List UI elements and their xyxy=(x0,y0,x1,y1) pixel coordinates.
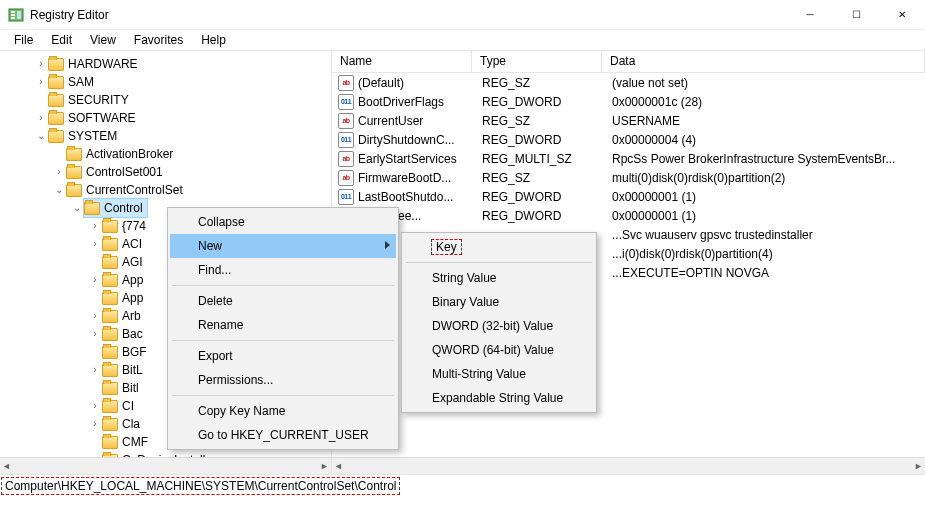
tree-node[interactable]: ›SAM xyxy=(0,73,331,91)
tree-expander-icon[interactable]: › xyxy=(34,109,48,127)
col-header-name[interactable]: Name xyxy=(332,51,472,72)
menu-view[interactable]: View xyxy=(82,31,124,49)
tree-expander-icon[interactable]: › xyxy=(88,397,102,415)
ctx-new[interactable]: New xyxy=(170,234,396,258)
list-row[interactable]: ab(Default)REG_SZ(value not set) xyxy=(332,73,925,92)
folder-icon xyxy=(102,310,118,323)
tree-expander-icon[interactable]: ⌄ xyxy=(34,127,48,145)
menu-edit[interactable]: Edit xyxy=(43,31,80,49)
ctx-copy-key-name[interactable]: Copy Key Name xyxy=(170,399,396,423)
tree-expander-icon[interactable]: › xyxy=(88,271,102,289)
ctx-rename[interactable]: Rename xyxy=(170,313,396,337)
list-row[interactable]: 011DirtyShutdownC...REG_DWORD0x00000004 … xyxy=(332,130,925,149)
ctx-new-qword[interactable]: QWORD (64-bit) Value xyxy=(404,338,594,362)
tree-node-label: BGF xyxy=(122,343,147,361)
statusbar: Computer\HKEY_LOCAL_MACHINE\SYSTEM\Curre… xyxy=(0,474,925,496)
folder-icon xyxy=(102,220,118,233)
tree-expander-icon[interactable]: › xyxy=(52,163,66,181)
string-value-icon: ab xyxy=(338,170,354,186)
tree-expander-icon[interactable]: › xyxy=(34,55,48,73)
tree-node[interactable]: ›HARDWARE xyxy=(0,55,331,73)
folder-icon xyxy=(48,58,64,71)
col-header-data[interactable]: Data xyxy=(602,51,925,72)
list-row[interactable]: 011...tSuccee...REG_DWORD0x00000001 (1) xyxy=(332,206,925,225)
value-type: REG_DWORD xyxy=(474,95,604,109)
tree-node-label: App xyxy=(122,271,143,289)
ctx-export[interactable]: Export xyxy=(170,344,396,368)
ctx-new-multistring[interactable]: Multi-String Value xyxy=(404,362,594,386)
tree-node-label: App xyxy=(122,289,143,307)
tree-hscrollbar[interactable]: ◄► xyxy=(0,457,331,474)
folder-icon xyxy=(66,166,82,179)
string-value-icon: ab xyxy=(338,75,354,91)
folder-icon xyxy=(102,400,118,413)
tree-node[interactable]: ⌄CurrentControlSet xyxy=(0,181,331,199)
list-row[interactable]: abEarlyStartServicesREG_MULTI_SZRpcSs Po… xyxy=(332,149,925,168)
value-data: 0x0000001c (28) xyxy=(604,95,925,109)
tree-node[interactable]: ›SOFTWARE xyxy=(0,109,331,127)
list-row[interactable]: abFirmwareBootD...REG_SZmulti(0)disk(0)r… xyxy=(332,168,925,187)
ctx-new-expandstring[interactable]: Expandable String Value xyxy=(404,386,594,410)
tree-node-label: Control xyxy=(104,199,143,217)
menu-file[interactable]: File xyxy=(6,31,41,49)
list-row[interactable]: abCurrentUserREG_SZUSERNAME xyxy=(332,111,925,130)
folder-icon xyxy=(84,202,100,215)
value-data: 0x00000001 (1) xyxy=(604,190,925,204)
ctx-collapse[interactable]: Collapse xyxy=(170,210,396,234)
value-data: ...Svc wuauserv gpsvc trustedinstaller xyxy=(604,228,925,242)
value-name: CurrentUser xyxy=(358,114,474,128)
tree-expander-icon[interactable]: › xyxy=(88,361,102,379)
tree-node[interactable]: SECURITY xyxy=(0,91,331,109)
ctx-separator xyxy=(406,262,592,263)
tree-expander-icon[interactable]: ⌄ xyxy=(70,199,84,217)
tree-node-label: Bitl xyxy=(122,379,139,397)
window-title: Registry Editor xyxy=(30,8,109,22)
tree-expander-icon[interactable]: › xyxy=(88,235,102,253)
folder-icon xyxy=(48,94,64,107)
list-row[interactable]: 011LastBootShutdo...REG_DWORD0x00000001 … xyxy=(332,187,925,206)
tree-node[interactable]: ⌄SYSTEM xyxy=(0,127,331,145)
value-type: REG_SZ xyxy=(474,76,604,90)
menu-favorites[interactable]: Favorites xyxy=(126,31,191,49)
ctx-new-key-label: Key xyxy=(432,240,461,254)
tree-node-label: Cla xyxy=(122,415,140,433)
folder-icon xyxy=(102,256,118,269)
ctx-goto-hkcu[interactable]: Go to HKEY_CURRENT_USER xyxy=(170,423,396,447)
tree-node[interactable]: ›ControlSet001 xyxy=(0,163,331,181)
col-header-type[interactable]: Type xyxy=(472,51,602,72)
close-button[interactable]: ✕ xyxy=(879,0,925,30)
folder-icon xyxy=(66,184,82,197)
menu-help[interactable]: Help xyxy=(193,31,234,49)
ctx-new-string[interactable]: String Value xyxy=(404,266,594,290)
tree-node-label: SECURITY xyxy=(68,91,129,109)
list-row[interactable]: 011BootDriverFlagsREG_DWORD0x0000001c (2… xyxy=(332,92,925,111)
address-path[interactable]: Computer\HKEY_LOCAL_MACHINE\SYSTEM\Curre… xyxy=(2,478,399,494)
list-hscrollbar[interactable]: ◄► xyxy=(332,457,925,474)
tree-expander-icon[interactable]: › xyxy=(88,325,102,343)
value-name: LastBootShutdo... xyxy=(358,190,474,204)
tree-expander-icon[interactable]: ⌄ xyxy=(52,181,66,199)
tree-node-label: BitL xyxy=(122,361,143,379)
tree-node-label: ACI xyxy=(122,235,142,253)
ctx-new-binary[interactable]: Binary Value xyxy=(404,290,594,314)
binary-value-icon: 011 xyxy=(338,189,354,205)
tree-expander-icon[interactable]: › xyxy=(88,415,102,433)
ctx-find[interactable]: Find... xyxy=(170,258,396,282)
maximize-button[interactable]: ☐ xyxy=(833,0,879,30)
folder-icon xyxy=(102,364,118,377)
tree-expander-icon[interactable]: › xyxy=(88,307,102,325)
tree-node-label: CMF xyxy=(122,433,148,451)
tree-expander-icon[interactable]: › xyxy=(34,73,48,91)
folder-icon xyxy=(102,382,118,395)
ctx-separator xyxy=(172,285,394,286)
ctx-new-key[interactable]: Key xyxy=(404,235,594,259)
value-data: ...EXECUTE=OPTIN NOVGA xyxy=(604,266,925,280)
ctx-new-dword[interactable]: DWORD (32-bit) Value xyxy=(404,314,594,338)
tree-expander-icon[interactable]: › xyxy=(88,217,102,235)
ctx-permissions[interactable]: Permissions... xyxy=(170,368,396,392)
tree-node[interactable]: ActivationBroker xyxy=(0,145,331,163)
value-name: DirtyShutdownC... xyxy=(358,133,474,147)
window-controls: ─ ☐ ✕ xyxy=(787,0,925,30)
ctx-delete[interactable]: Delete xyxy=(170,289,396,313)
minimize-button[interactable]: ─ xyxy=(787,0,833,30)
